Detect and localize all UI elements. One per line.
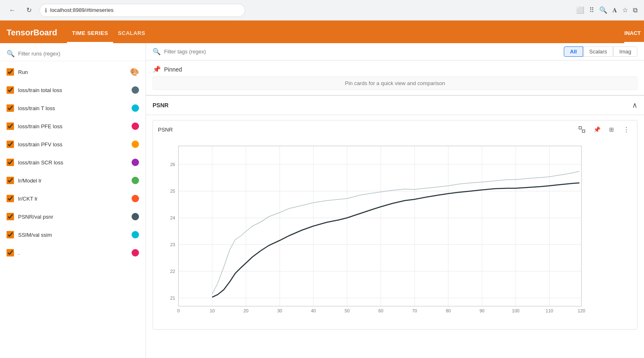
svg-text:100: 100: [512, 308, 519, 313]
run-label-ssim-val: SSIM/val ssim: [18, 232, 127, 238]
svg-text:80: 80: [446, 308, 451, 313]
run-checkbox-lr-ckt[interactable]: [7, 195, 14, 202]
svg-text:40: 40: [311, 308, 316, 313]
run-checkbox-loss-total[interactable]: [7, 86, 14, 94]
run-checkbox-dot[interactable]: [7, 249, 14, 256]
run-color-dot-loss-pfe: [132, 122, 139, 130]
svg-text:110: 110: [546, 308, 553, 313]
run-item-loss-pfv: loss/train PFV loss: [0, 135, 146, 153]
svg-text:22: 22: [170, 269, 175, 274]
run-checkbox-run[interactable]: [7, 68, 14, 76]
svg-rect-0: [579, 127, 581, 129]
svg-text:20: 20: [243, 308, 248, 313]
svg-text:70: 70: [412, 308, 417, 313]
filter-buttons: All Scalars Imag: [564, 46, 637, 57]
run-label-loss-total: loss/train total loss: [18, 87, 127, 93]
back-button[interactable]: ←: [7, 5, 18, 16]
display-icon[interactable]: ⬜: [576, 6, 584, 14]
run-label-psnr-val: PSNR/val psnr: [18, 214, 127, 220]
pinned-header: 📌 Pinned: [153, 65, 637, 73]
app-logo: TensorBoard: [7, 28, 57, 43]
info-icon: ℹ: [45, 7, 47, 14]
palette-icon[interactable]: 🎨: [130, 67, 139, 76]
settings-icon[interactable]: ⊞: [606, 124, 617, 135]
inactive-badge: INACT: [624, 21, 644, 43]
apps-icon[interactable]: ⠿: [589, 6, 594, 14]
star-icon[interactable]: ☆: [622, 6, 628, 14]
run-color-dot-lr-model: [132, 177, 139, 184]
more-icon[interactable]: ⋮: [621, 124, 632, 135]
svg-text:90: 90: [480, 308, 484, 313]
zoom-icon[interactable]: 🔍: [599, 6, 607, 14]
collapse-icon: ∧: [632, 101, 637, 110]
run-checkbox-ssim-val[interactable]: [7, 231, 14, 238]
run-checkbox-loss-pfv[interactable]: [7, 141, 14, 148]
pin-message: Pin cards for a quick view and compariso…: [153, 76, 637, 90]
run-item-loss-t: loss/train T loss: [0, 99, 146, 117]
run-color-dot-lr-ckt: [132, 195, 139, 202]
svg-text:30: 30: [277, 308, 282, 313]
run-checkbox-lr-model[interactable]: [7, 177, 14, 184]
run-item-run: Run 🎨: [0, 63, 146, 81]
run-checkbox-loss-scr[interactable]: [7, 159, 14, 166]
expand-icon[interactable]: [576, 124, 588, 135]
run-item-loss-pfe: loss/train PFE loss: [0, 117, 146, 135]
run-item-ssim-val: SSIM/val ssim: [0, 226, 146, 244]
run-item-loss-scr: loss/train SCR loss: [0, 153, 146, 171]
run-item-dot: .: [0, 244, 146, 262]
svg-text:21: 21: [170, 296, 175, 300]
run-color-dot-loss-scr: [132, 159, 139, 166]
chart-card-psnr: PSNR 📌 ⊞ ⋮: [153, 120, 637, 330]
run-label-lr-ckt: lr/CKT lr: [18, 196, 127, 202]
tab-timeseries[interactable]: TIME SERIES: [67, 24, 113, 43]
run-color-dot-ssim-val: [132, 231, 139, 238]
refresh-button[interactable]: ↻: [23, 5, 35, 16]
font-icon[interactable]: 𝐀: [612, 7, 617, 14]
run-label-run: Run: [18, 69, 126, 75]
run-item-lr-ckt: lr/CKT lr: [0, 189, 146, 208]
chart-section-header[interactable]: PSNR ∧: [146, 96, 644, 115]
address-bar[interactable]: ℹ localhost:8989/#timeseries: [39, 4, 245, 17]
chart-card-header: PSNR 📌 ⊞ ⋮: [153, 120, 637, 139]
search-tags-input[interactable]: [164, 49, 246, 55]
run-checkbox-loss-t[interactable]: [7, 104, 14, 112]
split-icon[interactable]: ⧉: [633, 7, 637, 14]
run-item-lr-model: lr/Model lr: [0, 171, 146, 189]
svg-text:120: 120: [578, 308, 585, 313]
search-icon: 🔍: [7, 50, 15, 58]
chart-container: 21 22 23 24 25 26 0 10 20 30 40 50 60: [153, 139, 637, 329]
svg-text:24: 24: [170, 215, 175, 220]
run-label-loss-t: loss/train T loss: [18, 105, 127, 111]
run-color-dot-loss-total: [132, 86, 139, 94]
pin-chart-icon[interactable]: 📌: [591, 124, 602, 135]
sidebar-search-container: 🔍: [0, 46, 146, 61]
filter-scalars-button[interactable]: Scalars: [583, 46, 613, 57]
svg-text:0: 0: [177, 308, 180, 313]
pinned-section: 📌 Pinned Pin cards for a quick view and …: [146, 60, 644, 95]
chart-section-title: PSNR: [153, 102, 169, 109]
filter-images-button[interactable]: Imag: [613, 46, 637, 57]
run-checkbox-psnr-val[interactable]: [7, 213, 14, 220]
svg-text:10: 10: [210, 308, 215, 313]
tags-bar: 🔍 All Scalars Imag: [146, 43, 644, 60]
run-label-loss-pfv: loss/train PFV loss: [18, 141, 127, 148]
sidebar: 🔍 Run 🎨 loss/train total loss loss/train…: [0, 43, 146, 358]
svg-text:60: 60: [378, 308, 383, 313]
svg-text:25: 25: [170, 189, 175, 194]
run-checkbox-loss-pfe[interactable]: [7, 122, 14, 130]
app-header: TensorBoard TIME SERIES SCALARS INACT: [0, 21, 644, 43]
tags-search-icon: 🔍: [153, 48, 161, 55]
svg-text:23: 23: [170, 242, 175, 247]
tab-scalars[interactable]: SCALARS: [113, 24, 150, 43]
run-item-loss-total: loss/train total loss: [0, 81, 146, 99]
svg-rect-2: [178, 146, 581, 306]
filter-all-button[interactable]: All: [564, 46, 583, 57]
tags-search-container: 🔍: [153, 48, 561, 55]
app-body: 🔍 Run 🎨 loss/train total loss loss/train…: [0, 43, 644, 358]
chart-card-icons: 📌 ⊞ ⋮: [576, 124, 632, 135]
main-content: 🔍 All Scalars Imag 📌 Pinned Pin cards fo…: [146, 43, 644, 358]
search-runs-input[interactable]: [18, 51, 139, 57]
svg-text:50: 50: [345, 308, 350, 313]
chart-section: PSNR ∧ PSNR 📌 ⊞ ⋮: [146, 96, 644, 330]
run-label-loss-scr: loss/train SCR loss: [18, 159, 127, 166]
